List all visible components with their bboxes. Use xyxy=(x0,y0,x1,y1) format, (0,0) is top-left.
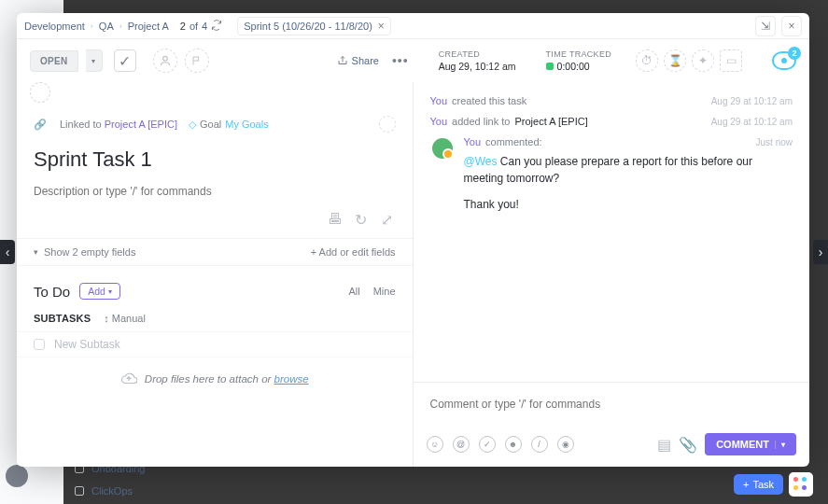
breadcrumb: Development › QA › Project A xyxy=(24,21,169,32)
share-button[interactable]: Share xyxy=(337,55,379,66)
sprint-chip[interactable]: Sprint 5 (10/26/20 - 11/8/20) × xyxy=(237,17,391,35)
browse-link[interactable]: browse xyxy=(274,373,309,385)
status-button[interactable]: OPEN xyxy=(30,50,78,72)
complete-checkbox[interactable]: ✓ xyxy=(114,49,136,72)
crumb-project[interactable]: Project A xyxy=(128,21,169,32)
record-icon[interactable]: ◉ xyxy=(557,436,574,453)
close-icon[interactable]: × xyxy=(378,20,385,33)
refresh-icon[interactable] xyxy=(211,20,222,33)
sort-manual[interactable]: ↕ Manual xyxy=(104,313,146,324)
mention-person-icon[interactable]: ☺ xyxy=(427,436,443,453)
new-subtask-input[interactable]: New Subtask xyxy=(17,331,413,357)
points-icon[interactable]: ✦ xyxy=(692,49,714,72)
comment-input[interactable] xyxy=(414,383,810,426)
activity-item: You added link to Project A [EPIC] Aug 2… xyxy=(430,116,793,127)
created-value: Aug 29, 10:12 am xyxy=(439,61,516,72)
add-edit-fields-link[interactable]: + Add or edit fields xyxy=(311,246,396,258)
prev-task-arrow[interactable]: ‹ xyxy=(0,240,15,264)
linked-epic-link[interactable]: Project A [EPIC] xyxy=(105,119,177,130)
new-task-button[interactable]: + Task xyxy=(734,474,783,495)
close-icon[interactable]: × xyxy=(781,16,802,36)
svg-point-0 xyxy=(162,56,167,61)
template-icon[interactable]: ▤ xyxy=(657,436,671,454)
start-date-icon[interactable]: ⏱ xyxy=(636,49,658,72)
tab-all[interactable]: All xyxy=(348,286,359,297)
subtasks-heading: SUBTASKS xyxy=(34,313,91,324)
assignee-add-icon[interactable] xyxy=(153,49,177,73)
avatar xyxy=(6,465,28,487)
history-icon[interactable]: ↻ xyxy=(353,211,370,229)
task-modal: Development › QA › Project A 2 of 4 Spri… xyxy=(17,13,809,467)
budget-icon[interactable]: ▭ xyxy=(720,49,742,72)
status-caret[interactable]: ▾ xyxy=(86,49,103,72)
apps-grid-icon[interactable] xyxy=(789,472,813,497)
avatar xyxy=(430,136,455,161)
activity-item: You created this task Aug 29 at 10:12 am xyxy=(430,95,793,106)
add-relationship-icon[interactable] xyxy=(379,116,396,133)
more-menu-icon[interactable]: ••• xyxy=(392,53,409,68)
add-todo-button[interactable]: Add▾ xyxy=(79,283,120,300)
activity-link[interactable]: Project A [EPIC] xyxy=(514,116,587,127)
mention-link[interactable]: @Wes xyxy=(464,155,498,168)
print-icon[interactable]: 🖶 xyxy=(327,211,344,229)
attachment-dropzone[interactable]: Drop files here to attach or browse xyxy=(17,357,413,400)
link-icon: 🔗 xyxy=(34,119,47,131)
crumb-development[interactable]: Development xyxy=(24,21,85,32)
time-tracked-label: TIME TRACKED xyxy=(546,49,611,59)
time-tracked-value[interactable]: 0:00:00 xyxy=(546,61,611,72)
show-fields-toggle[interactable]: Show 2 empty fields xyxy=(44,246,135,258)
due-date-icon[interactable]: ⌛ xyxy=(664,49,686,72)
todo-heading: To Do xyxy=(34,284,70,300)
expand-icon[interactable]: ⤢ xyxy=(379,211,396,229)
tag-add-icon[interactable] xyxy=(30,82,50,103)
comment-button[interactable]: COMMENT▾ xyxy=(705,433,796,455)
attach-icon[interactable]: 📎 xyxy=(679,436,697,454)
description-input[interactable] xyxy=(17,177,413,205)
chevron-down-icon[interactable]: ▾ xyxy=(34,247,38,257)
assign-comment-icon[interactable]: ✓ xyxy=(479,436,496,453)
next-task-arrow[interactable]: › xyxy=(813,240,828,264)
minimize-icon[interactable]: ⇲ xyxy=(755,16,776,36)
comment-item: You commented: Just now @Wes Can you ple… xyxy=(430,136,793,213)
slash-command-icon[interactable]: / xyxy=(531,436,548,453)
priority-flag-icon[interactable] xyxy=(185,49,209,73)
crumb-qa[interactable]: QA xyxy=(99,21,114,32)
pager-current: 2 xyxy=(180,21,186,32)
tab-mine[interactable]: Mine xyxy=(373,286,396,297)
watchers-button[interactable]: 2 xyxy=(772,51,796,70)
at-icon[interactable]: @ xyxy=(453,436,470,453)
task-title[interactable]: Sprint Task 1 xyxy=(17,134,413,177)
created-label: CREATED xyxy=(439,49,516,59)
goal-icon: ◇ xyxy=(189,119,196,131)
goal-link[interactable]: My Goals xyxy=(225,119,268,130)
emoji-icon[interactable]: ☻ xyxy=(505,436,522,453)
